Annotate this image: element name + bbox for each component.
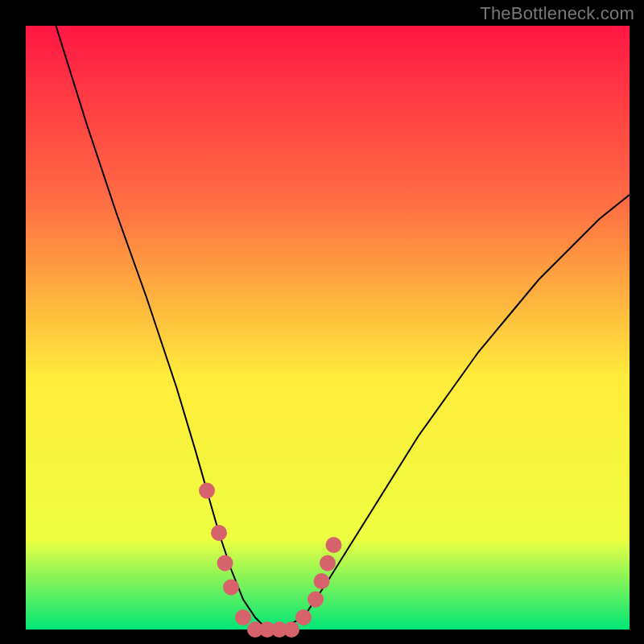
curve-marker xyxy=(308,592,324,608)
curve-marker xyxy=(326,537,342,553)
bottleneck-chart xyxy=(0,0,644,644)
curve-marker xyxy=(223,580,239,596)
curve-marker xyxy=(283,621,299,638)
watermark-text: TheBottleneck.com xyxy=(480,3,634,24)
curve-marker xyxy=(314,573,330,589)
curve-marker xyxy=(217,555,233,572)
curve-marker xyxy=(295,609,312,625)
chart-container: { "watermark": "TheBottleneck.com", "cha… xyxy=(0,0,644,644)
curve-marker xyxy=(320,555,336,572)
chart-background xyxy=(26,26,630,630)
curve-marker xyxy=(235,609,251,625)
curve-marker xyxy=(211,525,227,541)
curve-marker xyxy=(199,483,215,499)
